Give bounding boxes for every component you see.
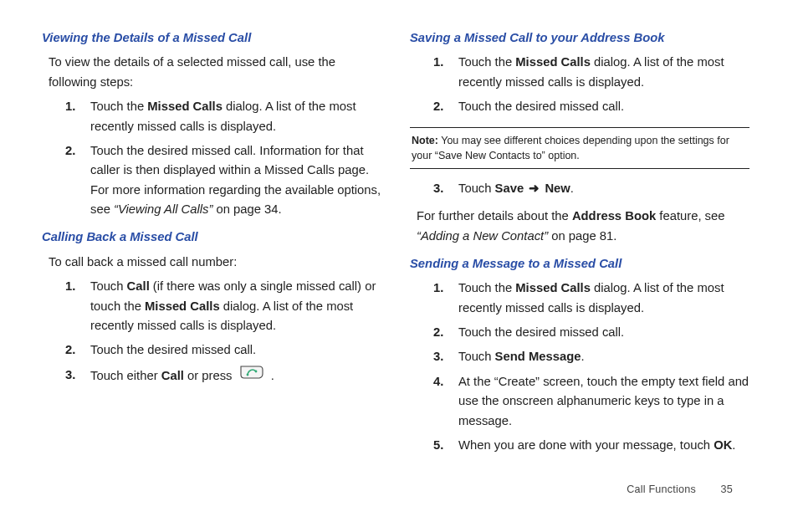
text: For further details about the: [417, 209, 572, 223]
cross-reference: “Adding a New Contact”: [417, 229, 548, 243]
cross-reference: “Viewing All Calls”: [114, 202, 212, 216]
address-book-reference: For further details about the Address Bo…: [417, 207, 749, 246]
text: Touch the desired missed call.: [458, 100, 624, 113]
steps-saving-missed-call: Touch the Missed Calls dialog. A list of…: [433, 53, 749, 116]
steps-calling-back: Touch Call (if there was only a single m…: [65, 277, 381, 386]
bold-text: OK: [714, 438, 732, 452]
bold-text: Address Book: [572, 209, 656, 223]
text: .: [732, 438, 735, 452]
text: At the “Create” screen, touch the empty …: [458, 375, 749, 427]
bold-text: Call: [161, 368, 184, 381]
left-column: Viewing the Details of a Missed Call To …: [42, 28, 381, 468]
bold-text: Missed Calls: [147, 100, 223, 113]
text: feature, see: [656, 209, 724, 223]
note-block: Note: You may see different choices depe…: [410, 133, 749, 163]
text: Touch either: [90, 368, 161, 381]
heading-sending-message: Sending a Message to a Missed Call: [410, 254, 749, 274]
step-item: Touch the Missed Calls dialog. A list of…: [433, 279, 749, 318]
text: .: [581, 350, 584, 363]
text: Touch: [458, 350, 495, 363]
steps-sending-message: Touch the Missed Calls dialog. A list of…: [433, 279, 749, 455]
call-key-icon: [239, 365, 264, 386]
text: Touch the: [90, 100, 147, 113]
bold-text: Missed Calls: [515, 281, 591, 294]
text: .: [271, 368, 274, 381]
note-divider: [410, 127, 749, 128]
step-item: Touch the desired missed call.: [433, 323, 749, 342]
bold-text: Missed Calls: [145, 299, 220, 313]
text: Touch the: [458, 55, 515, 69]
heading-saving-missed-call: Saving a Missed Call to your Address Boo…: [410, 28, 749, 48]
text: Touch the desired missed call.: [90, 343, 256, 356]
steps-viewing-details: Touch the Missed Calls dialog. A list of…: [65, 97, 381, 219]
step-item: Touch the desired missed call.: [65, 340, 381, 360]
step-item: Touch the Missed Calls dialog. A list of…: [433, 53, 749, 92]
text: .: [570, 182, 574, 195]
step-item: Touch the desired missed call. Informati…: [65, 141, 381, 220]
step-item: Touch Save ➜ New.: [433, 179, 749, 198]
page-footer: Call Functions 35: [627, 482, 733, 499]
text: or press: [184, 368, 236, 381]
svg-point-1: [254, 370, 257, 372]
steps-saving-missed-call-cont: Touch Save ➜ New.: [433, 179, 749, 198]
step-item: Touch Send Message.: [433, 347, 749, 366]
bold-text: Save: [495, 182, 524, 195]
note-divider: [410, 168, 749, 169]
text: Touch: [458, 182, 495, 195]
step-item: Touch the Missed Calls dialog. A list of…: [65, 97, 381, 136]
bold-text: Missed Calls: [515, 55, 591, 69]
bold-text: Send Message: [495, 350, 581, 363]
step-item: Touch Call (if there was only a single m…: [65, 277, 381, 335]
text: When you are done with your message, tou…: [458, 438, 714, 452]
text: Touch: [90, 279, 127, 293]
heading-calling-back: Calling Back a Missed Call: [42, 228, 381, 247]
note-label: Note:: [412, 135, 438, 146]
bold-text: New: [545, 182, 570, 195]
intro-viewing-details: To view the details of a selected missed…: [49, 53, 381, 92]
footer-section: Call Functions: [627, 483, 696, 495]
step-item: When you are done with your message, tou…: [433, 436, 749, 455]
text: on page 34.: [212, 202, 281, 216]
footer-page-number: 35: [721, 482, 733, 499]
step-item: Touch the desired missed call.: [433, 97, 749, 116]
heading-viewing-details: Viewing the Details of a Missed Call: [42, 28, 381, 48]
svg-point-0: [246, 373, 248, 376]
arrow-icon: ➜: [524, 182, 545, 195]
note-text: You may see different choices depending …: [412, 135, 729, 161]
page: Viewing the Details of a Missed Call To …: [0, 0, 798, 468]
step-item: Touch either Call or press .: [65, 366, 381, 386]
text: Touch the desired missed call.: [458, 325, 624, 339]
intro-calling-back: To call back a missed call number:: [49, 253, 381, 272]
bold-text: Call: [127, 279, 150, 293]
right-column: Saving a Missed Call to your Address Boo…: [410, 28, 749, 468]
text: Touch the: [458, 281, 515, 294]
step-item: At the “Create” screen, touch the empty …: [433, 372, 749, 431]
text: on page 81.: [548, 229, 616, 243]
